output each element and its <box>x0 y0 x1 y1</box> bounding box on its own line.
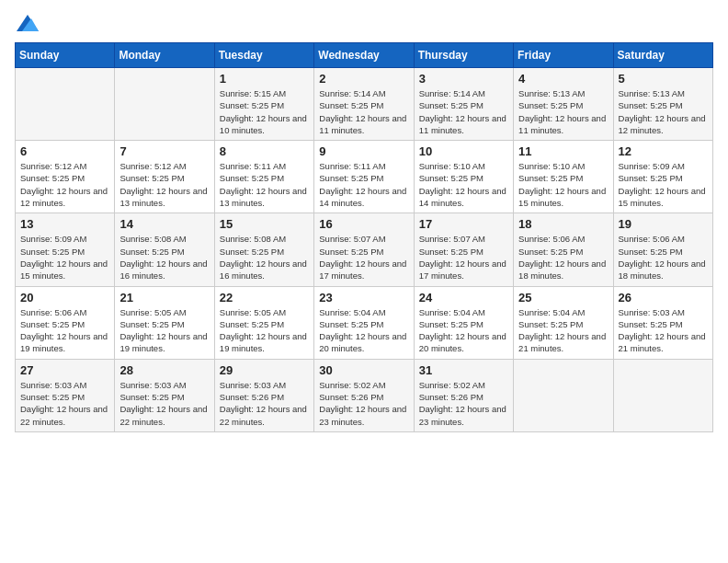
day-number: 6 <box>20 144 109 158</box>
day-info: Sunrise: 5:08 AM Sunset: 5:25 PM Dayligh… <box>220 233 309 282</box>
day-info: Sunrise: 5:06 AM Sunset: 5:25 PM Dayligh… <box>518 233 608 282</box>
day-number: 18 <box>518 217 608 231</box>
calendar-cell: 27Sunrise: 5:03 AM Sunset: 5:25 PM Dayli… <box>16 359 115 431</box>
calendar-cell: 1Sunrise: 5:15 AM Sunset: 5:25 PM Daylig… <box>214 68 313 141</box>
calendar-cell: 10Sunrise: 5:10 AM Sunset: 5:25 PM Dayli… <box>414 141 513 213</box>
calendar-table: SundayMondayTuesdayWednesdayThursdayFrid… <box>15 42 713 432</box>
day-number: 17 <box>419 217 508 231</box>
day-of-week-header: Monday <box>115 43 214 68</box>
day-info: Sunrise: 5:13 AM Sunset: 5:25 PM Dayligh… <box>619 87 708 136</box>
calendar-cell: 13Sunrise: 5:09 AM Sunset: 5:25 PM Dayli… <box>16 213 115 286</box>
day-number: 4 <box>518 72 608 86</box>
calendar-cell: 20Sunrise: 5:06 AM Sunset: 5:25 PM Dayli… <box>16 286 115 359</box>
day-number: 20 <box>20 291 109 304</box>
day-info: Sunrise: 5:14 AM Sunset: 5:25 PM Dayligh… <box>319 87 408 136</box>
calendar-cell <box>16 68 115 141</box>
calendar-week-row: 6Sunrise: 5:12 AM Sunset: 5:25 PM Daylig… <box>16 141 713 213</box>
calendar-cell: 9Sunrise: 5:11 AM Sunset: 5:25 PM Daylig… <box>314 141 414 213</box>
day-info: Sunrise: 5:03 AM Sunset: 5:25 PM Dayligh… <box>619 306 708 355</box>
day-number: 2 <box>319 72 408 86</box>
day-number: 26 <box>619 291 708 304</box>
logo <box>15 15 39 31</box>
calendar-cell: 2Sunrise: 5:14 AM Sunset: 5:25 PM Daylig… <box>314 68 414 141</box>
calendar-cell: 21Sunrise: 5:05 AM Sunset: 5:25 PM Dayli… <box>115 286 214 359</box>
logo-icon <box>17 15 39 31</box>
calendar-cell: 28Sunrise: 5:03 AM Sunset: 5:25 PM Dayli… <box>115 359 214 431</box>
day-of-week-header: Saturday <box>613 43 712 68</box>
day-number: 28 <box>119 363 209 377</box>
day-number: 27 <box>20 363 109 377</box>
calendar-cell: 12Sunrise: 5:09 AM Sunset: 5:25 PM Dayli… <box>613 141 712 213</box>
day-info: Sunrise: 5:11 AM Sunset: 5:25 PM Dayligh… <box>220 160 309 209</box>
calendar-cell: 17Sunrise: 5:07 AM Sunset: 5:25 PM Dayli… <box>414 213 513 286</box>
day-info: Sunrise: 5:10 AM Sunset: 5:25 PM Dayligh… <box>518 160 608 209</box>
day-number: 16 <box>319 217 408 231</box>
day-number: 29 <box>220 363 309 377</box>
calendar-cell: 18Sunrise: 5:06 AM Sunset: 5:25 PM Dayli… <box>514 213 613 286</box>
day-info: Sunrise: 5:12 AM Sunset: 5:25 PM Dayligh… <box>119 160 209 209</box>
calendar-cell: 25Sunrise: 5:04 AM Sunset: 5:25 PM Dayli… <box>514 286 613 359</box>
calendar-cell: 30Sunrise: 5:02 AM Sunset: 5:26 PM Dayli… <box>314 359 414 431</box>
calendar-cell <box>514 359 613 431</box>
day-info: Sunrise: 5:10 AM Sunset: 5:25 PM Dayligh… <box>419 160 508 209</box>
day-number: 11 <box>518 144 608 158</box>
day-of-week-header: Sunday <box>16 43 115 68</box>
calendar-cell <box>115 68 214 141</box>
day-number: 5 <box>619 72 708 86</box>
day-number: 15 <box>220 217 309 231</box>
calendar-cell: 7Sunrise: 5:12 AM Sunset: 5:25 PM Daylig… <box>115 141 214 213</box>
day-number: 23 <box>319 291 408 304</box>
calendar-cell: 24Sunrise: 5:04 AM Sunset: 5:25 PM Dayli… <box>414 286 513 359</box>
calendar-week-row: 13Sunrise: 5:09 AM Sunset: 5:25 PM Dayli… <box>16 213 713 286</box>
day-info: Sunrise: 5:04 AM Sunset: 5:25 PM Dayligh… <box>419 306 508 355</box>
calendar-cell: 4Sunrise: 5:13 AM Sunset: 5:25 PM Daylig… <box>514 68 613 141</box>
calendar-cell: 3Sunrise: 5:14 AM Sunset: 5:25 PM Daylig… <box>414 68 513 141</box>
day-info: Sunrise: 5:02 AM Sunset: 5:26 PM Dayligh… <box>319 379 408 428</box>
calendar-cell: 16Sunrise: 5:07 AM Sunset: 5:25 PM Dayli… <box>314 213 414 286</box>
day-number: 9 <box>319 144 408 158</box>
day-info: Sunrise: 5:04 AM Sunset: 5:25 PM Dayligh… <box>518 306 608 355</box>
day-number: 12 <box>619 144 708 158</box>
calendar-header-row: SundayMondayTuesdayWednesdayThursdayFrid… <box>16 43 713 68</box>
day-info: Sunrise: 5:05 AM Sunset: 5:25 PM Dayligh… <box>220 306 309 355</box>
day-info: Sunrise: 5:06 AM Sunset: 5:25 PM Dayligh… <box>20 306 109 355</box>
day-number: 30 <box>319 363 408 377</box>
day-number: 25 <box>518 291 608 304</box>
day-info: Sunrise: 5:07 AM Sunset: 5:25 PM Dayligh… <box>419 233 508 282</box>
calendar-cell: 26Sunrise: 5:03 AM Sunset: 5:25 PM Dayli… <box>613 286 712 359</box>
calendar-cell: 22Sunrise: 5:05 AM Sunset: 5:25 PM Dayli… <box>214 286 313 359</box>
day-of-week-header: Thursday <box>414 43 513 68</box>
day-number: 24 <box>419 291 508 304</box>
day-info: Sunrise: 5:02 AM Sunset: 5:26 PM Dayligh… <box>419 379 508 428</box>
day-info: Sunrise: 5:05 AM Sunset: 5:25 PM Dayligh… <box>119 306 209 355</box>
day-info: Sunrise: 5:03 AM Sunset: 5:25 PM Dayligh… <box>119 379 209 428</box>
page-header <box>15 15 713 31</box>
calendar-cell: 8Sunrise: 5:11 AM Sunset: 5:25 PM Daylig… <box>214 141 313 213</box>
day-info: Sunrise: 5:04 AM Sunset: 5:25 PM Dayligh… <box>319 306 408 355</box>
day-info: Sunrise: 5:03 AM Sunset: 5:26 PM Dayligh… <box>220 379 309 428</box>
day-number: 21 <box>119 291 209 304</box>
calendar-cell: 5Sunrise: 5:13 AM Sunset: 5:25 PM Daylig… <box>613 68 712 141</box>
day-number: 31 <box>419 363 508 377</box>
day-of-week-header: Tuesday <box>214 43 313 68</box>
day-info: Sunrise: 5:09 AM Sunset: 5:25 PM Dayligh… <box>20 233 109 282</box>
day-info: Sunrise: 5:15 AM Sunset: 5:25 PM Dayligh… <box>220 87 309 136</box>
day-number: 10 <box>419 144 508 158</box>
calendar-cell: 6Sunrise: 5:12 AM Sunset: 5:25 PM Daylig… <box>16 141 115 213</box>
day-number: 8 <box>220 144 309 158</box>
day-of-week-header: Friday <box>514 43 613 68</box>
day-info: Sunrise: 5:12 AM Sunset: 5:25 PM Dayligh… <box>20 160 109 209</box>
day-info: Sunrise: 5:06 AM Sunset: 5:25 PM Dayligh… <box>619 233 708 282</box>
day-number: 3 <box>419 72 508 86</box>
day-number: 14 <box>119 217 209 231</box>
day-info: Sunrise: 5:14 AM Sunset: 5:25 PM Dayligh… <box>419 87 508 136</box>
day-number: 22 <box>220 291 309 304</box>
day-info: Sunrise: 5:07 AM Sunset: 5:25 PM Dayligh… <box>319 233 408 282</box>
calendar-cell: 23Sunrise: 5:04 AM Sunset: 5:25 PM Dayli… <box>314 286 414 359</box>
calendar-week-row: 20Sunrise: 5:06 AM Sunset: 5:25 PM Dayli… <box>16 286 713 359</box>
calendar-cell: 11Sunrise: 5:10 AM Sunset: 5:25 PM Dayli… <box>514 141 613 213</box>
day-number: 1 <box>220 72 309 86</box>
day-info: Sunrise: 5:03 AM Sunset: 5:25 PM Dayligh… <box>20 379 109 428</box>
day-of-week-header: Wednesday <box>314 43 414 68</box>
calendar-cell: 19Sunrise: 5:06 AM Sunset: 5:25 PM Dayli… <box>613 213 712 286</box>
